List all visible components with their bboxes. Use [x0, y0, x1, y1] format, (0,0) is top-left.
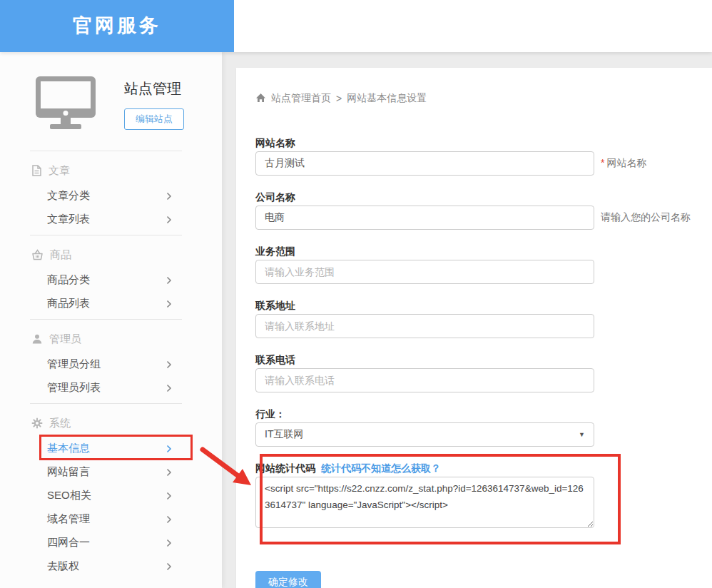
menu-item-label: 文章列表: [47, 213, 90, 226]
menu-item-label: 管理员列表: [47, 381, 101, 395]
sidebar-item-domain[interactable]: 域名管理: [47, 507, 172, 531]
sidebar-item-product-category[interactable]: 商品分类: [47, 268, 172, 292]
menu-group-product: 商品: [31, 247, 222, 263]
sidebar-item-seo[interactable]: SEO相关: [47, 484, 172, 507]
sidebar-item-basic-info[interactable]: 基本信息: [47, 437, 172, 460]
gear-icon: [31, 417, 43, 429]
menu-group-article: 文章: [31, 163, 222, 178]
contact-phone-row: 联系电话: [255, 353, 691, 392]
chevron-right-icon: [166, 216, 172, 224]
industry-row: 行业： IT互联网 ▼: [255, 407, 691, 447]
chevron-right-icon: [166, 515, 172, 524]
stats-help-link[interactable]: 统计代码不知道怎么获取？: [321, 461, 441, 475]
home-icon: [255, 93, 266, 105]
menu-group-label: 商品: [50, 248, 71, 262]
chevron-right-icon: [166, 276, 172, 285]
chevron-right-icon: [166, 492, 172, 500]
field-label: 公司名称: [255, 190, 691, 204]
site-panel: 站点管理 编辑站点: [0, 52, 222, 130]
breadcrumb-current: 网站基本信息设置: [347, 92, 427, 105]
field-hint: 请输入您的公司名称: [601, 211, 691, 224]
app-window: 官网服务 站点管理 编辑站点: [0, 0, 712, 588]
dropdown-arrow-icon: ▼: [579, 431, 585, 438]
menu-item-label: 商品列表: [47, 297, 90, 310]
topbar-spacer: [234, 0, 712, 52]
menu-group-admin: 管理员: [31, 331, 222, 347]
person-icon: [31, 333, 43, 345]
sidebar-item-site-messages[interactable]: 网站留言: [47, 460, 172, 484]
menu-group-label: 管理员: [49, 333, 81, 346]
divider: [30, 319, 182, 320]
content-card: 站点管理首页 > 网站基本信息设置 网站名称 *网站名称 公司名称 请输入您的: [236, 68, 712, 588]
required-asterisk: *: [601, 157, 604, 168]
divider: [30, 151, 182, 151]
divider: [30, 403, 182, 404]
app-title: 官网服务: [73, 15, 161, 36]
site-title: 站点管理: [124, 79, 184, 98]
stats-code-textarea[interactable]: <script src="https://s22.cnzz.com/z_stat…: [255, 477, 594, 528]
sidebar-item-product-list[interactable]: 商品列表: [47, 292, 172, 315]
breadcrumb: 站点管理首页 > 网站基本信息设置: [255, 92, 691, 105]
sidebar-item-remove-copyright[interactable]: 去版权: [47, 554, 172, 578]
top-bar: 官网服务: [0, 0, 712, 52]
company-name-row: 公司名称 请输入您的公司名称: [255, 190, 691, 230]
business-scope-field[interactable]: [255, 260, 594, 284]
main-area: 站点管理首页 > 网站基本信息设置 网站名称 *网站名称 公司名称 请输入您的: [222, 52, 712, 588]
monitor-icon: [36, 76, 96, 130]
contact-phone-field[interactable]: [255, 368, 594, 392]
article-icon: [31, 165, 42, 176]
sidebar: 站点管理 编辑站点 文章 文章分类 文章列表: [0, 52, 222, 588]
chevron-right-icon: [166, 384, 172, 392]
company-name-field[interactable]: [255, 206, 594, 230]
sidebar-item-article-list[interactable]: 文章列表: [47, 208, 172, 231]
field-label: 行业：: [255, 407, 691, 421]
menu-group-label: 系统: [49, 417, 71, 430]
breadcrumb-home[interactable]: 站点管理首页: [271, 92, 331, 105]
menu-group-label: 文章: [49, 164, 70, 178]
field-label: 业务范围: [255, 244, 691, 258]
menu-item-label: 文章分类: [47, 189, 90, 203]
sidebar-item-admin-list[interactable]: 管理员列表: [47, 376, 172, 400]
menu-item-label: 去版权: [47, 559, 79, 573]
field-label: 联系地址: [255, 298, 691, 313]
chevron-right-icon: [166, 562, 172, 571]
chevron-right-icon: [166, 468, 172, 477]
menu-group-system: 系统: [31, 415, 222, 431]
submit-button[interactable]: 确定修改: [255, 571, 321, 588]
breadcrumb-separator: >: [336, 93, 342, 104]
divider: [30, 235, 182, 235]
contact-address-field[interactable]: [255, 314, 594, 338]
contact-address-row: 联系地址: [255, 298, 691, 338]
business-scope-row: 业务范围: [255, 244, 691, 284]
edit-site-button[interactable]: 编辑站点: [124, 108, 184, 130]
field-label: 联系电话: [255, 353, 691, 367]
industry-selected-value: IT互联网: [265, 428, 303, 441]
field-hint: *网站名称: [601, 157, 646, 170]
website-name-field[interactable]: [255, 151, 594, 176]
field-label: 网站名称: [255, 136, 691, 150]
menu-item-label: 管理员分组: [47, 358, 101, 371]
sidebar-item-admin-group[interactable]: 管理员分组: [47, 353, 172, 376]
chevron-right-icon: [166, 445, 172, 453]
menu-item-label: 基本信息: [47, 442, 90, 455]
chevron-right-icon: [166, 360, 172, 369]
basket-icon: [31, 249, 44, 260]
menu-item-label: 域名管理: [47, 512, 90, 526]
chevron-right-icon: [166, 300, 172, 308]
menu-item-label: SEO相关: [47, 489, 91, 502]
website-name-row: 网站名称 *网站名称: [255, 136, 691, 176]
chevron-right-icon: [166, 539, 172, 547]
menu-item-label: 商品分类: [47, 273, 90, 287]
app-logo-bar: 官网服务: [0, 0, 234, 52]
chevron-right-icon: [166, 192, 172, 201]
menu-item-label: 网站留言: [47, 465, 90, 479]
menu-item-label: 四网合一: [47, 536, 90, 549]
industry-select[interactable]: IT互联网 ▼: [255, 422, 594, 447]
sidebar-item-article-category[interactable]: 文章分类: [47, 184, 172, 208]
sidebar-item-four-in-one[interactable]: 四网合一: [47, 531, 172, 554]
stats-code-label: 网站统计代码: [255, 461, 315, 475]
stats-code-row: 网站统计代码 统计代码不知道怎么获取？ <script src="https:/…: [255, 461, 691, 531]
